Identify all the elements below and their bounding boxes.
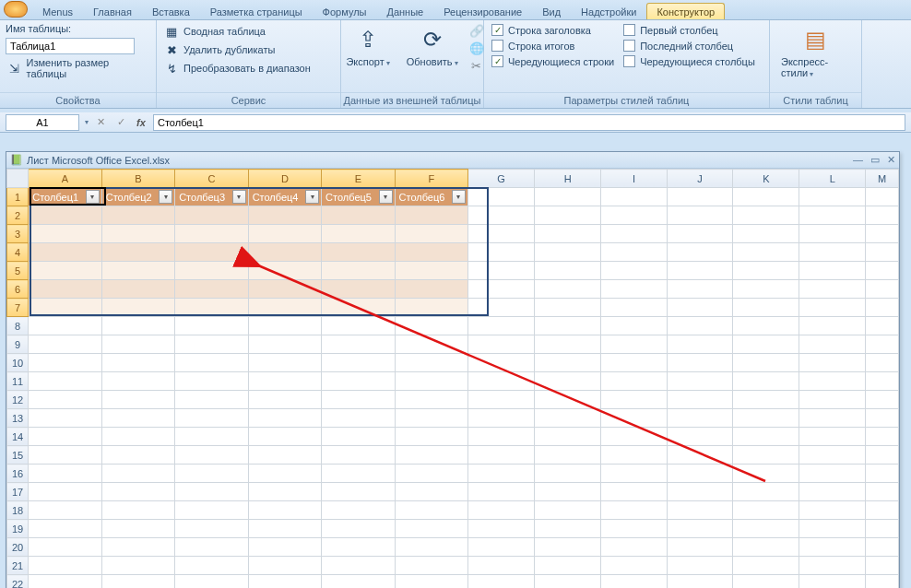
cell[interactable] (601, 520, 667, 538)
cell[interactable] (395, 483, 467, 501)
cell[interactable] (733, 575, 799, 589)
cell[interactable] (101, 299, 174, 317)
export-button[interactable]: ⇪ Экспорт▾ (340, 23, 395, 69)
cell[interactable] (175, 299, 248, 317)
cell[interactable] (395, 243, 467, 262)
cell[interactable] (101, 446, 174, 465)
tab-menus[interactable]: Menus (32, 3, 83, 19)
cell[interactable] (866, 465, 899, 483)
cell[interactable] (866, 483, 899, 501)
cell[interactable] (395, 520, 467, 538)
cell[interactable] (322, 354, 395, 372)
cell[interactable] (667, 538, 733, 557)
column-header[interactable]: A (29, 170, 101, 188)
cell[interactable] (175, 243, 248, 262)
cell[interactable] (535, 335, 601, 354)
fx-button[interactable]: fx (133, 114, 149, 131)
column-header[interactable]: M (866, 170, 899, 188)
cell[interactable] (601, 446, 667, 465)
cell[interactable] (733, 280, 799, 299)
cell[interactable] (733, 225, 799, 243)
cell[interactable] (29, 243, 101, 262)
cell[interactable] (101, 206, 174, 225)
cell[interactable] (175, 428, 248, 446)
cell[interactable] (601, 428, 667, 446)
cell[interactable] (601, 335, 667, 354)
cell[interactable] (799, 372, 866, 391)
cell[interactable] (175, 335, 248, 354)
cell[interactable] (601, 391, 667, 409)
cell[interactable] (733, 501, 799, 520)
cell[interactable] (467, 483, 534, 501)
cell[interactable] (248, 262, 321, 280)
cell[interactable] (733, 335, 799, 354)
cell[interactable] (175, 391, 248, 409)
cell[interactable] (29, 501, 101, 520)
row-header[interactable]: 18 (7, 501, 29, 520)
cell[interactable] (535, 372, 601, 391)
cell[interactable] (322, 501, 395, 520)
cell[interactable] (101, 575, 174, 589)
cell[interactable] (101, 483, 174, 501)
cell[interactable] (601, 538, 667, 557)
filter-dropdown[interactable]: ▾ (159, 190, 172, 204)
cell[interactable] (248, 575, 321, 589)
cell[interactable] (667, 446, 733, 465)
cell[interactable] (175, 538, 248, 557)
cell[interactable] (535, 354, 601, 372)
cell[interactable] (101, 520, 174, 538)
cell[interactable] (601, 243, 667, 262)
cell[interactable] (395, 428, 467, 446)
cell[interactable] (799, 206, 866, 225)
cell[interactable] (322, 575, 395, 589)
convert-to-range-button[interactable]: ↯ Преобразовать в диапазон (162, 60, 313, 76)
cell[interactable] (601, 317, 667, 335)
tab-формулы[interactable]: Формулы (313, 3, 377, 19)
last-col-checkbox[interactable]: Последний столбец (621, 39, 757, 53)
cell[interactable] (733, 317, 799, 335)
close-button[interactable]: ✕ (887, 154, 895, 166)
cell[interactable] (175, 262, 248, 280)
first-col-checkbox[interactable]: Первый столбец (621, 23, 757, 37)
tab-разметка страницы[interactable]: Разметка страницы (200, 3, 313, 19)
cell[interactable] (322, 538, 395, 557)
filter-dropdown[interactable]: ▾ (452, 190, 466, 204)
row-header[interactable]: 22 (7, 575, 29, 589)
cell[interactable] (29, 520, 101, 538)
cell[interactable] (395, 446, 467, 465)
cell[interactable] (29, 354, 101, 372)
cell[interactable] (667, 243, 733, 262)
filter-dropdown[interactable]: ▾ (305, 190, 319, 204)
cell[interactable] (535, 520, 601, 538)
cell[interactable] (866, 538, 899, 557)
cell[interactable] (733, 446, 799, 465)
tab-конструктор[interactable]: Конструктор (646, 3, 725, 19)
cell[interactable] (395, 391, 467, 409)
cell[interactable] (467, 280, 534, 299)
cell[interactable] (799, 575, 866, 589)
cell[interactable] (733, 538, 799, 557)
cell[interactable] (601, 575, 667, 589)
cell[interactable] (248, 465, 321, 483)
cell[interactable] (101, 243, 174, 262)
pivot-table-button[interactable]: ▦ Сводная таблица (162, 23, 313, 40)
cell[interactable] (248, 428, 321, 446)
cell[interactable] (799, 538, 866, 557)
cell[interactable] (175, 557, 248, 575)
cell[interactable] (248, 280, 321, 299)
cell[interactable] (667, 465, 733, 483)
cell[interactable] (799, 391, 866, 409)
cell[interactable] (799, 317, 866, 335)
cell[interactable] (733, 428, 799, 446)
cell[interactable] (101, 557, 174, 575)
cell[interactable] (101, 225, 174, 243)
cell[interactable]: Столбец4▾ (248, 188, 321, 206)
cell[interactable] (322, 428, 395, 446)
cell[interactable] (535, 225, 601, 243)
cell[interactable] (601, 225, 667, 243)
cell[interactable] (733, 409, 799, 428)
column-header[interactable]: L (799, 170, 866, 188)
cell[interactable] (799, 188, 866, 206)
cell[interactable] (248, 501, 321, 520)
row-header[interactable]: 20 (7, 538, 29, 557)
